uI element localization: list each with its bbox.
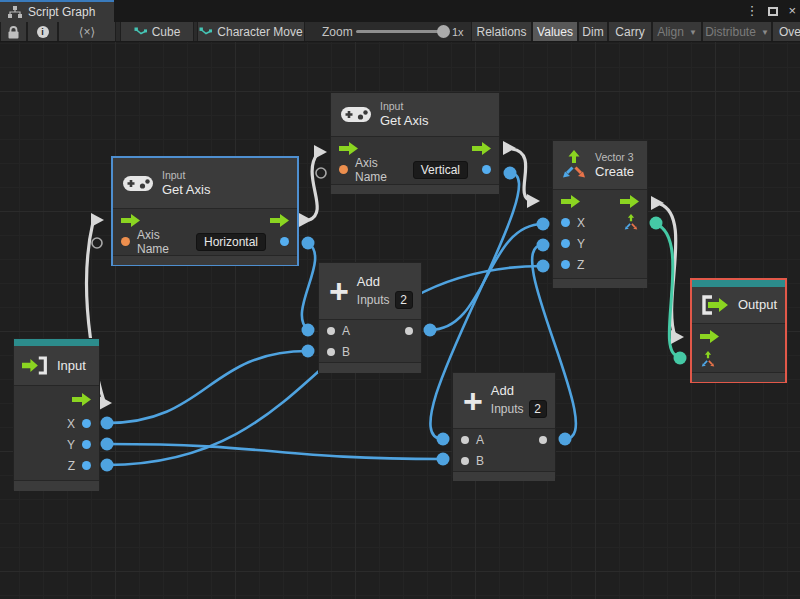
unity-script-graph-window: Script Graph ⋮ × i ⟨×⟩ Cube	[0, 0, 800, 599]
node-footer	[692, 372, 785, 382]
node-output[interactable]: Output	[690, 278, 787, 383]
unconnected-port-ring-horizontal[interactable]	[92, 238, 102, 248]
wire-add1-sum-to-vector3-x[interactable]	[430, 224, 543, 330]
node-header-text: Input Get Axis	[162, 169, 210, 198]
sum-output-port[interactable]	[405, 327, 413, 335]
node-header: Input Get Axis	[331, 93, 499, 137]
flow-port-triangle-horizontal-out[interactable]	[299, 213, 312, 227]
flow-port-triangle-vector3-out[interactable]	[651, 196, 664, 210]
node-title: Get Axis	[380, 113, 428, 129]
node-vector3-create[interactable]: Vector 3 Create X Y	[552, 140, 648, 288]
axis-name-value[interactable]: Vertical	[413, 161, 468, 179]
axis-name-label: Axis Name	[137, 228, 189, 256]
port-label: B	[342, 345, 350, 359]
node-header-text: Vector 3 Create	[595, 151, 634, 180]
sum-output-port[interactable]	[539, 436, 547, 444]
wire-dot[interactable]	[537, 239, 550, 252]
axis-name-input-port[interactable]	[121, 237, 130, 246]
inputs-count-field[interactable]: 2	[395, 291, 413, 309]
port-label: A	[476, 433, 484, 447]
unconnected-port-ring-vertical[interactable]	[316, 168, 326, 178]
axis-name-input-port[interactable]	[339, 165, 348, 174]
port-a-input[interactable]	[461, 436, 469, 444]
wire-dot[interactable]	[302, 237, 315, 250]
port-label: Z	[577, 258, 584, 272]
port-a-input[interactable]	[327, 327, 335, 335]
node-title: Add	[491, 383, 547, 399]
node-add-2[interactable]: + Add Inputs 2 A B	[452, 372, 556, 478]
port-z-output[interactable]	[82, 461, 91, 470]
flow-out-port-icon[interactable]	[620, 195, 639, 208]
port-y-output[interactable]	[82, 440, 91, 449]
wire-dot[interactable]	[302, 324, 315, 337]
port-b-input[interactable]	[327, 348, 335, 356]
wire-dot[interactable]	[537, 218, 550, 231]
flow-in-port-icon[interactable]	[700, 330, 719, 343]
flow-port-triangle-output-in[interactable]	[671, 330, 684, 344]
node-footer	[14, 480, 99, 491]
value-in-row	[692, 349, 785, 370]
port-row-x: X	[553, 212, 647, 233]
flow-port-triangle-vector3-in[interactable]	[527, 194, 540, 208]
wire-flow-horizontal-to-vertical[interactable]	[309, 153, 318, 220]
flow-out-port-icon[interactable]	[72, 393, 91, 406]
vector3-icon	[561, 150, 587, 180]
add-icon: +	[463, 386, 483, 416]
flow-in-port-icon[interactable]	[561, 195, 580, 208]
inputs-label: Inputs	[491, 402, 524, 416]
node-header: Output	[692, 287, 785, 324]
axis-name-row: Axis Name Vertical	[331, 159, 499, 180]
port-x-input[interactable]	[561, 218, 570, 227]
result-output-port[interactable]	[482, 165, 491, 174]
vector3-input-port-icon[interactable]	[700, 351, 716, 368]
wire-dot-teal[interactable]	[674, 352, 687, 365]
wire-dot[interactable]	[302, 345, 315, 358]
node-title: Add	[357, 274, 413, 290]
flow-out-port-icon[interactable]	[472, 142, 491, 155]
flow-port-triangle-horizontal-in[interactable]	[91, 213, 104, 227]
node-add-1[interactable]: + Add Inputs 2 A B	[318, 262, 422, 373]
node-get-axis-vertical[interactable]: Input Get Axis Axis Name Vertical	[330, 92, 500, 194]
port-label: Y	[577, 237, 585, 251]
flow-port-triangle-vertical-in[interactable]	[314, 145, 327, 159]
flow-row	[553, 190, 647, 212]
flow-port-triangle-vertical-out[interactable]	[503, 141, 516, 155]
vector3-output-port-icon[interactable]	[623, 214, 639, 231]
port-row-z: Z	[14, 455, 99, 476]
port-y-input[interactable]	[561, 239, 570, 248]
wire-dot[interactable]	[504, 167, 517, 180]
node-header-text: Input Get Axis	[380, 100, 428, 129]
port-x-output[interactable]	[82, 419, 91, 428]
wire-input-x-to-add1-b[interactable]	[107, 351, 308, 423]
node-footer	[331, 184, 499, 194]
port-row-x: X	[14, 413, 99, 434]
port-row-b: B	[319, 341, 421, 362]
wire-dot[interactable]	[101, 459, 114, 472]
inputs-count-field[interactable]: 2	[529, 400, 547, 418]
port-z-input[interactable]	[561, 260, 570, 269]
wire-dot[interactable]	[101, 417, 114, 430]
flow-out-port-icon[interactable]	[270, 214, 289, 227]
axis-name-value[interactable]: Horizontal	[196, 233, 266, 251]
wire-dot-teal[interactable]	[650, 217, 663, 230]
flow-in-port-icon[interactable]	[121, 214, 140, 227]
port-b-input[interactable]	[461, 457, 469, 465]
wire-dot[interactable]	[424, 324, 437, 337]
wire-horizontal-result-to-add1-a[interactable]	[302, 243, 315, 330]
flow-in-port-icon[interactable]	[339, 142, 358, 155]
axis-name-label: Axis Name	[355, 156, 406, 184]
port-row-y: Y	[14, 434, 99, 455]
node-input[interactable]: Input X Y Z	[13, 338, 100, 490]
wire-dot[interactable]	[559, 433, 572, 446]
result-output-port[interactable]	[280, 237, 289, 246]
node-get-axis-horizontal[interactable]: Input Get Axis Axis Name Horizontal	[112, 157, 298, 265]
wire-dot[interactable]	[437, 433, 450, 446]
inputs-label: Inputs	[357, 293, 390, 307]
wire-input-y-to-add2-b[interactable]	[107, 444, 443, 459]
wire-dot[interactable]	[101, 438, 114, 451]
io-node-strip	[692, 280, 785, 287]
wire-dot[interactable]	[437, 453, 450, 466]
flow-port-triangle-input-out[interactable]	[99, 396, 112, 410]
port-label: B	[476, 454, 484, 468]
wire-dot[interactable]	[537, 260, 550, 273]
